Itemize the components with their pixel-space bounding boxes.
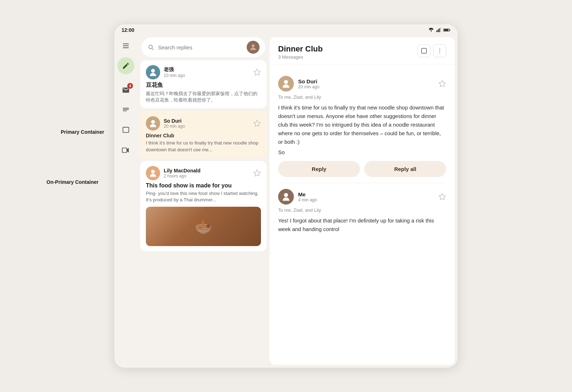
message-1-sender: So Duri [298,78,434,84]
svg-rect-2 [439,28,440,32]
email-card-3[interactable]: Lily MacDonald 2 hours ago This food sho… [140,161,267,251]
signal-icon [436,28,441,33]
svg-rect-10 [123,127,129,133]
user-avatar [247,41,260,54]
email-card-1[interactable]: 老强 10 min ago 豆花鱼 最近忙吗？昨晚我去了你最爱的那家饭馆，点了他… [140,60,267,108]
status-icons [428,28,450,33]
svg-point-13 [151,69,155,73]
message-2-to: To me, Ziad, and Lily [278,207,446,213]
email-card-3-subject: This food show is made for you [146,182,261,189]
email-card-1-header: 老强 10 min ago [146,65,261,79]
email-card-1-preview: 最近忙吗？昨晚我去了你最爱的那家饭馆，点了他们的特色豆花鱼，吃着吃着就想你了。 [146,90,261,103]
sidebar: 4 [114,34,137,368]
svg-rect-9 [123,48,129,48]
svg-rect-0 [437,30,437,32]
svg-point-17 [439,49,440,49]
main-content: 4 [114,34,458,368]
email-card-2-subject: Dinner Club [146,133,261,138]
search-input[interactable] [158,44,243,50]
detail-messages: So Duri 20 min ago To me, Ziad, and Lily… [270,64,455,365]
search-icon [147,44,154,51]
email-card-2[interactable]: So Duri 20 min ago Dinner Club I think i… [140,111,267,158]
svg-point-14 [151,120,155,124]
more-options-button[interactable] [433,44,446,57]
primary-container-label: Primary Container [61,129,104,135]
food-image: 🍜 [146,207,261,246]
star-icon-1[interactable] [253,68,261,76]
avatar-me-icon [281,191,291,202]
avatar-person-icon-3 [148,168,158,178]
email-card-1-time: 10 min ago [164,73,250,78]
sidebar-menu-icon[interactable] [117,37,134,54]
email-card-1-sender: 老强 [164,67,250,73]
email-card-2-time: 20 min ago [164,124,250,129]
food-image-inner: 🍜 [146,207,261,246]
avatar-laochang [146,65,160,79]
star-icon-3[interactable] [253,169,261,177]
detail-title: Dinner Club [278,44,323,54]
message-2-body: Yes! I forgot about that place! I'm defi… [278,216,446,234]
sidebar-mail-icon[interactable]: 4 [117,82,134,99]
sidebar-chat-icon[interactable] [117,122,134,139]
compose-button[interactable] [117,57,134,74]
email-card-2-sender: So Duri [164,118,250,124]
notes-icon [122,106,130,114]
detail-title-block: Dinner Club 3 Messages [278,44,323,60]
svg-point-12 [252,44,255,47]
email-card-1-subject: 豆花鱼 [146,82,261,89]
svg-point-18 [439,50,440,51]
mail-badge: 4 [127,83,133,89]
svg-rect-11 [122,148,127,153]
avatar-person-icon [249,43,257,52]
popout-button[interactable] [418,44,430,57]
svg-point-21 [284,193,288,197]
message-1-header: So Duri 20 min ago [278,76,446,92]
reply-button[interactable]: Reply [278,161,360,177]
email-detail-panel: Dinner Club 3 Messages [270,37,455,365]
svg-rect-7 [123,44,129,44]
email-card-2-header: So Duri 20 min ago [146,116,261,131]
svg-rect-16 [421,48,426,53]
battery-icon [443,28,450,33]
video-icon [122,146,130,154]
svg-point-15 [151,170,155,173]
detail-actions [418,44,446,57]
email-list-panel: 老强 10 min ago 豆花鱼 最近忙吗？昨晚我去了你最爱的那家饭馆，点了他… [137,34,270,368]
avatar-soduri-detail [278,76,294,92]
search-bar [142,37,265,57]
status-bar: 12:00 [114,24,458,34]
chat-icon [122,126,130,134]
message-2-header: Me 4 min ago [278,189,446,205]
compose-icon [122,62,130,70]
svg-point-20 [284,80,288,84]
avatar-soduri-icon [281,78,291,89]
avatar-lily [146,166,160,180]
star-detail-1[interactable] [438,80,446,88]
avatar-person-icon-1 [148,67,158,77]
message-1-meta: So Duri 20 min ago [298,78,434,89]
more-options-icon [437,48,443,54]
reply-all-button[interactable]: Reply all [364,161,446,177]
message-2-meta: Me 4 min ago [298,191,434,202]
message-1-time: 20 min ago [298,84,434,89]
star-detail-2[interactable] [438,193,446,201]
svg-rect-3 [440,28,441,32]
svg-rect-5 [449,30,450,31]
message-2-sender: Me [298,191,434,197]
sidebar-video-icon[interactable] [117,142,134,159]
sidebar-notes-icon[interactable] [117,102,134,119]
email-list: 老强 10 min ago 豆花鱼 最近忙吗？昨晚我去了你最爱的那家饭馆，点了他… [137,60,270,368]
svg-rect-1 [438,29,438,32]
email-card-2-meta: So Duri 20 min ago [164,118,250,129]
wifi-icon [428,28,434,33]
on-primary-container-label: On-Primary Container [46,179,98,185]
email-card-3-preview: Ping- you'd love this new food show I st… [146,190,261,203]
star-icon-2[interactable] [253,119,261,127]
email-card-2-preview: I think it's time for us to finally try … [146,140,261,153]
svg-rect-8 [123,45,129,46]
message-2: Me 4 min ago To me, Ziad, and Lily Yes! … [278,183,446,239]
reply-actions: Reply Reply all [278,161,446,177]
email-card-3-time: 2 hours ago [164,173,250,178]
avatar-soduri-list [146,116,160,131]
message-2-time: 4 min ago [298,197,434,202]
